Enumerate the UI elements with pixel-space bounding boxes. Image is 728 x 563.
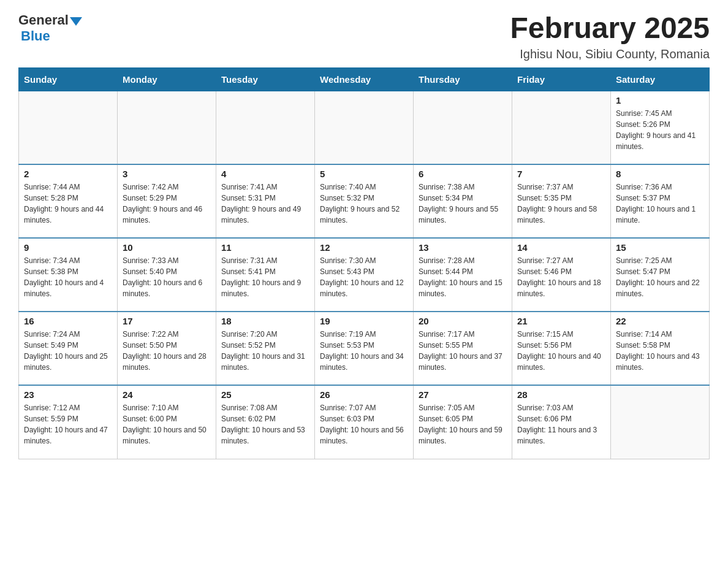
calendar-day-cell: 24Sunrise: 7:10 AMSunset: 6:00 PMDayligh… — [118, 385, 216, 459]
calendar-day-cell: 19Sunrise: 7:19 AMSunset: 5:53 PMDayligh… — [315, 312, 414, 385]
day-info: Sunrise: 7:25 AMSunset: 5:47 PMDaylight:… — [616, 255, 704, 299]
day-number: 20 — [419, 316, 507, 326]
day-info: Sunrise: 7:19 AMSunset: 5:53 PMDaylight:… — [320, 329, 408, 373]
calendar-day-cell: 8Sunrise: 7:36 AMSunset: 5:37 PMDaylight… — [611, 164, 710, 238]
calendar-week-row: 16Sunrise: 7:24 AMSunset: 5:49 PMDayligh… — [19, 312, 710, 385]
day-number: 17 — [123, 316, 211, 326]
calendar-day-cell: 18Sunrise: 7:20 AMSunset: 5:52 PMDayligh… — [216, 312, 315, 385]
day-number: 18 — [221, 316, 309, 326]
calendar-day-cell — [118, 91, 216, 164]
day-info: Sunrise: 7:38 AMSunset: 5:34 PMDaylight:… — [419, 182, 507, 226]
day-info: Sunrise: 7:03 AMSunset: 6:06 PMDaylight:… — [517, 402, 605, 446]
logo: General Blue — [18, 12, 83, 44]
calendar-day-cell: 7Sunrise: 7:37 AMSunset: 5:35 PMDaylight… — [512, 164, 611, 238]
calendar-week-row: 2Sunrise: 7:44 AMSunset: 5:28 PMDaylight… — [19, 164, 710, 238]
calendar-day-cell: 15Sunrise: 7:25 AMSunset: 5:47 PMDayligh… — [611, 238, 710, 312]
month-title: February 2025 — [510, 12, 710, 45]
day-info: Sunrise: 7:37 AMSunset: 5:35 PMDaylight:… — [517, 182, 605, 226]
day-number: 3 — [123, 169, 211, 179]
calendar-day-cell: 21Sunrise: 7:15 AMSunset: 5:56 PMDayligh… — [512, 312, 611, 385]
calendar-table: SundayMondayTuesdayWednesdayThursdayFrid… — [18, 67, 710, 459]
calendar-day-cell: 20Sunrise: 7:17 AMSunset: 5:55 PMDayligh… — [414, 312, 512, 385]
day-info: Sunrise: 7:44 AMSunset: 5:28 PMDaylight:… — [24, 182, 112, 226]
day-info: Sunrise: 7:30 AMSunset: 5:43 PMDaylight:… — [320, 255, 408, 299]
day-of-week-header-tuesday: Tuesday — [216, 67, 315, 91]
calendar-day-cell: 1Sunrise: 7:45 AMSunset: 5:26 PMDaylight… — [611, 91, 710, 164]
day-info: Sunrise: 7:12 AMSunset: 5:59 PMDaylight:… — [24, 402, 112, 446]
calendar-day-cell: 4Sunrise: 7:41 AMSunset: 5:31 PMDaylight… — [216, 164, 315, 238]
calendar-day-cell: 5Sunrise: 7:40 AMSunset: 5:32 PMDaylight… — [315, 164, 414, 238]
day-number: 19 — [320, 316, 408, 326]
calendar-week-row: 9Sunrise: 7:34 AMSunset: 5:38 PMDaylight… — [19, 238, 710, 312]
day-number: 25 — [221, 389, 309, 400]
calendar-day-cell: 26Sunrise: 7:07 AMSunset: 6:03 PMDayligh… — [315, 385, 414, 459]
day-number: 23 — [24, 389, 112, 400]
day-info: Sunrise: 7:15 AMSunset: 5:56 PMDaylight:… — [517, 329, 605, 373]
calendar-day-cell: 14Sunrise: 7:27 AMSunset: 5:46 PMDayligh… — [512, 238, 611, 312]
day-info: Sunrise: 7:45 AMSunset: 5:26 PMDaylight:… — [616, 108, 704, 152]
calendar-day-cell — [19, 91, 118, 164]
calendar-day-cell: 12Sunrise: 7:30 AMSunset: 5:43 PMDayligh… — [315, 238, 414, 312]
day-number: 11 — [221, 242, 309, 253]
calendar-day-cell: 22Sunrise: 7:14 AMSunset: 5:58 PMDayligh… — [611, 312, 710, 385]
day-info: Sunrise: 7:07 AMSunset: 6:03 PMDaylight:… — [320, 402, 408, 446]
day-number: 2 — [24, 169, 112, 179]
day-number: 13 — [419, 242, 507, 253]
day-info: Sunrise: 7:41 AMSunset: 5:31 PMDaylight:… — [221, 182, 309, 226]
day-info: Sunrise: 7:33 AMSunset: 5:40 PMDaylight:… — [123, 255, 211, 299]
day-of-week-header-monday: Monday — [118, 67, 216, 91]
calendar-day-cell: 25Sunrise: 7:08 AMSunset: 6:02 PMDayligh… — [216, 385, 315, 459]
title-block: February 2025 Ighisu Nou, Sibiu County, … — [510, 12, 710, 61]
day-number: 21 — [517, 316, 605, 326]
day-info: Sunrise: 7:20 AMSunset: 5:52 PMDaylight:… — [221, 329, 309, 373]
calendar-day-cell: 16Sunrise: 7:24 AMSunset: 5:49 PMDayligh… — [19, 312, 118, 385]
calendar-day-cell: 6Sunrise: 7:38 AMSunset: 5:34 PMDaylight… — [414, 164, 512, 238]
calendar-day-cell — [512, 91, 611, 164]
day-number: 1 — [616, 95, 704, 105]
calendar-day-cell — [414, 91, 512, 164]
logo-general-text: General — [18, 12, 69, 28]
day-info: Sunrise: 7:36 AMSunset: 5:37 PMDaylight:… — [616, 182, 704, 226]
day-number: 15 — [616, 242, 704, 253]
day-info: Sunrise: 7:27 AMSunset: 5:46 PMDaylight:… — [517, 255, 605, 299]
day-info: Sunrise: 7:42 AMSunset: 5:29 PMDaylight:… — [123, 182, 211, 226]
day-of-week-header-saturday: Saturday — [611, 67, 710, 91]
day-number: 7 — [517, 169, 605, 179]
calendar-day-cell — [611, 385, 710, 459]
day-of-week-header-friday: Friday — [512, 67, 611, 91]
calendar-day-cell — [315, 91, 414, 164]
logo-blue-text: Blue — [21, 28, 50, 44]
day-info: Sunrise: 7:22 AMSunset: 5:50 PMDaylight:… — [123, 329, 211, 373]
day-info: Sunrise: 7:34 AMSunset: 5:38 PMDaylight:… — [24, 255, 112, 299]
day-number: 26 — [320, 389, 408, 400]
calendar-day-cell: 9Sunrise: 7:34 AMSunset: 5:38 PMDaylight… — [19, 238, 118, 312]
calendar-day-cell: 3Sunrise: 7:42 AMSunset: 5:29 PMDaylight… — [118, 164, 216, 238]
day-of-week-header-wednesday: Wednesday — [315, 67, 414, 91]
calendar-day-cell: 27Sunrise: 7:05 AMSunset: 6:05 PMDayligh… — [414, 385, 512, 459]
day-info: Sunrise: 7:31 AMSunset: 5:41 PMDaylight:… — [221, 255, 309, 299]
day-info: Sunrise: 7:28 AMSunset: 5:44 PMDaylight:… — [419, 255, 507, 299]
day-number: 6 — [419, 169, 507, 179]
calendar-day-cell: 11Sunrise: 7:31 AMSunset: 5:41 PMDayligh… — [216, 238, 315, 312]
calendar-day-cell: 13Sunrise: 7:28 AMSunset: 5:44 PMDayligh… — [414, 238, 512, 312]
day-number: 16 — [24, 316, 112, 326]
day-number: 8 — [616, 169, 704, 179]
day-info: Sunrise: 7:24 AMSunset: 5:49 PMDaylight:… — [24, 329, 112, 373]
day-info: Sunrise: 7:05 AMSunset: 6:05 PMDaylight:… — [419, 402, 507, 446]
location-text: Ighisu Nou, Sibiu County, Romania — [510, 47, 710, 61]
day-number: 22 — [616, 316, 704, 326]
day-number: 28 — [517, 389, 605, 400]
day-info: Sunrise: 7:08 AMSunset: 6:02 PMDaylight:… — [221, 402, 309, 446]
logo-arrow-icon — [70, 17, 82, 26]
day-info: Sunrise: 7:10 AMSunset: 6:00 PMDaylight:… — [123, 402, 211, 446]
calendar-day-cell: 10Sunrise: 7:33 AMSunset: 5:40 PMDayligh… — [118, 238, 216, 312]
day-number: 9 — [24, 242, 112, 253]
day-number: 24 — [123, 389, 211, 400]
page-header: General Blue February 2025 Ighisu Nou, S… — [18, 12, 710, 61]
calendar-day-cell: 28Sunrise: 7:03 AMSunset: 6:06 PMDayligh… — [512, 385, 611, 459]
day-info: Sunrise: 7:40 AMSunset: 5:32 PMDaylight:… — [320, 182, 408, 226]
day-number: 27 — [419, 389, 507, 400]
day-number: 14 — [517, 242, 605, 253]
calendar-day-cell — [216, 91, 315, 164]
day-info: Sunrise: 7:17 AMSunset: 5:55 PMDaylight:… — [419, 329, 507, 373]
